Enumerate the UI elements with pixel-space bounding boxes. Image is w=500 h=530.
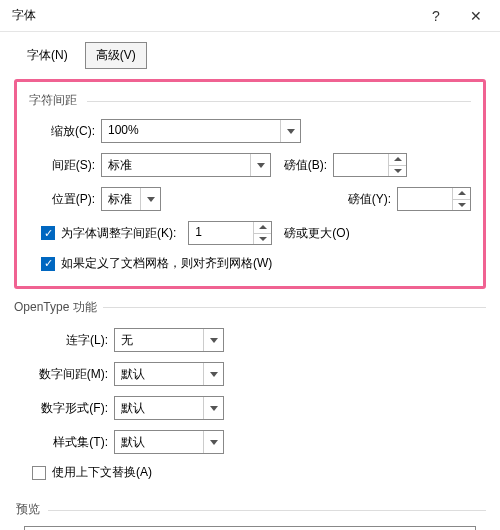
scale-value: 100%	[102, 120, 280, 142]
snap-label: 如果定义了文档网格，则对齐到网格(W)	[61, 255, 272, 272]
scale-combo[interactable]: 100%	[101, 119, 301, 143]
pt1-value	[334, 154, 388, 176]
pt1-spinner[interactable]	[333, 153, 407, 177]
kerning-checkbox[interactable]	[41, 226, 55, 240]
position-value: 标准	[102, 188, 140, 210]
spinner-arrows	[253, 222, 271, 244]
position-label: 位置(P):	[29, 191, 95, 208]
arrow-up-icon	[259, 225, 267, 229]
numform-value: 默认	[115, 397, 203, 419]
numspacing-combo[interactable]: 默认	[114, 362, 224, 386]
titlebar: 字体 ? ✕	[0, 0, 500, 32]
close-button[interactable]: ✕	[456, 8, 496, 24]
context-checkbox[interactable]	[32, 466, 46, 480]
styleset-combo[interactable]: 默认	[114, 430, 224, 454]
arrow-down-icon	[394, 169, 402, 173]
scale-label: 缩放(C):	[29, 123, 95, 140]
kerning-suffix: 磅或更大(O)	[284, 225, 349, 242]
dialog-body: 字体(N) 高级(V) 字符间距 缩放(C): 100% 间距(S): 标准 磅…	[0, 32, 500, 530]
spacing-combo[interactable]: 标准	[101, 153, 271, 177]
opentype-group: OpenType 功能 连字(L): 无 数字间距(M): 默认 数字形式(F)…	[14, 299, 486, 491]
chevron-down-icon	[203, 431, 223, 453]
context-label: 使用上下文替换(A)	[52, 464, 152, 481]
preview-box: 大家好，我的小熊经验	[24, 526, 476, 530]
kerning-spinner[interactable]: 1	[188, 221, 272, 245]
chevron-down-icon	[203, 363, 223, 385]
kerning-value: 1	[189, 222, 253, 244]
snap-checkbox[interactable]	[41, 257, 55, 271]
opentype-legend: OpenType 功能	[14, 299, 103, 316]
ligature-label: 连字(L):	[20, 332, 108, 349]
spinner-arrows	[452, 188, 470, 210]
spinner-arrows	[388, 154, 406, 176]
spacing-value: 标准	[102, 154, 250, 176]
char-spacing-group: 字符间距 缩放(C): 100% 间距(S): 标准 磅值(B): 位置(P):	[14, 79, 486, 289]
styleset-label: 样式集(T):	[20, 434, 108, 451]
numform-label: 数字形式(F):	[20, 400, 108, 417]
kerning-label: 为字体调整字间距(K):	[61, 225, 176, 242]
chevron-down-icon	[280, 120, 300, 142]
chevron-down-icon	[250, 154, 270, 176]
ligature-combo[interactable]: 无	[114, 328, 224, 352]
numform-combo[interactable]: 默认	[114, 396, 224, 420]
help-button[interactable]: ?	[416, 8, 456, 24]
tab-font[interactable]: 字体(N)	[16, 42, 79, 69]
numspacing-value: 默认	[115, 363, 203, 385]
arrow-up-icon	[394, 157, 402, 161]
tab-advanced[interactable]: 高级(V)	[85, 42, 147, 69]
chevron-down-icon	[203, 329, 223, 351]
ligature-value: 无	[115, 329, 203, 351]
styleset-value: 默认	[115, 431, 203, 453]
chevron-down-icon	[140, 188, 160, 210]
arrow-down-icon	[458, 203, 466, 207]
position-combo[interactable]: 标准	[101, 187, 161, 211]
arrow-up-icon	[458, 191, 466, 195]
chevron-down-icon	[203, 397, 223, 419]
pt2-spinner[interactable]	[397, 187, 471, 211]
tabs: 字体(N) 高级(V)	[14, 42, 486, 69]
pt2-label: 磅值(Y):	[335, 191, 391, 208]
char-spacing-legend: 字符间距	[29, 92, 471, 109]
dialog-title: 字体	[12, 7, 416, 24]
arrow-down-icon	[259, 237, 267, 241]
preview-legend: 预览	[16, 501, 486, 518]
pt1-label: 磅值(B):	[271, 157, 327, 174]
numspacing-label: 数字间距(M):	[20, 366, 108, 383]
spacing-label: 间距(S):	[29, 157, 95, 174]
pt2-value	[398, 188, 452, 210]
